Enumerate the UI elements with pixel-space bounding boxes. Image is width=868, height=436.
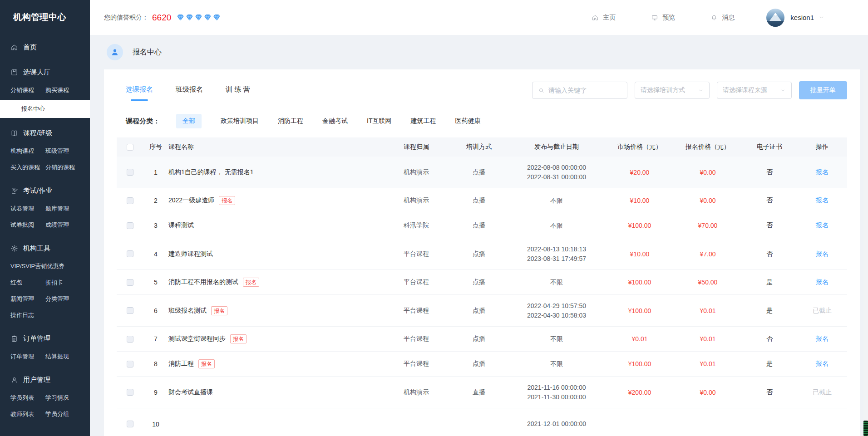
date-line: 不限: [550, 359, 563, 369]
sidebar-item-机构课程[interactable]: 机构课程: [10, 147, 45, 155]
sidebar-group-课程/班级[interactable]: 课程/班级: [0, 123, 90, 143]
topbar: 您的信誉积分： 6620 主页预览消息 kesion1: [90, 0, 868, 35]
sidebar-item-订单管理[interactable]: 订单管理: [10, 353, 45, 361]
sidebar-item-教师列表[interactable]: 教师列表: [10, 410, 45, 418]
row-checkbox[interactable]: [127, 169, 133, 176]
scrollbar-thumb[interactable]: [863, 421, 868, 436]
market-price: ¥100.00: [606, 307, 674, 314]
avatar[interactable]: [766, 9, 784, 27]
signup-link[interactable]: 报名: [816, 335, 829, 343]
row-checkbox[interactable]: [127, 389, 133, 396]
batch-open-button[interactable]: 批量开单: [799, 81, 847, 99]
row-checkbox[interactable]: [127, 421, 133, 427]
category-金融考试[interactable]: 金融考试: [322, 114, 348, 128]
sidebar-group-用户管理[interactable]: 用户管理: [0, 370, 90, 390]
table-row: 1机构1自己的课程， 无需报名1机构演示点播2022-08-08 00:00:0…: [117, 157, 847, 188]
signup-link[interactable]: 报名: [816, 221, 829, 230]
training-method: 点播: [450, 278, 508, 286]
signup-link[interactable]: 报名: [816, 196, 829, 205]
row-checkbox[interactable]: [127, 336, 133, 343]
training-method: 点播: [450, 250, 508, 258]
course-name-cell: 建造师课程测试: [168, 250, 382, 258]
date-line: 2023-08-31 17:49:57: [527, 254, 586, 264]
date-range: 2022-08-13 10:18:132023-08-31 17:49:57: [508, 245, 606, 264]
category-全部[interactable]: 全部: [176, 114, 202, 128]
scrollbar-track[interactable]: [863, 70, 868, 436]
sidebar-item-红包[interactable]: 红包: [10, 279, 45, 287]
row-checkbox[interactable]: [127, 222, 133, 229]
topbar-nav-消息[interactable]: 消息: [710, 14, 735, 22]
row-checkbox[interactable]: [127, 307, 133, 314]
sidebar-group-考试/作业[interactable]: 考试/作业: [0, 181, 90, 201]
sidebar-item-购买课程[interactable]: 购买课程: [45, 86, 69, 94]
signup-link[interactable]: 报名: [816, 250, 829, 258]
sidebar-group-订单管理[interactable]: 订单管理: [0, 329, 90, 348]
row-checkbox[interactable]: [127, 361, 133, 367]
tab-班级报名[interactable]: 班级报名: [175, 83, 204, 101]
course-owner: 平台课程: [382, 360, 450, 368]
sidebar-item-学员列表[interactable]: 学员列表: [10, 394, 45, 402]
sidebar-item-分类管理[interactable]: 分类管理: [45, 295, 69, 303]
course-source-select[interactable]: 请选择课程来源: [717, 82, 792, 99]
training-method: 点播: [450, 221, 508, 230]
content-card: 选课报名班级报名训 练 营 请选择培训方式请选择课程来源 批量开单 课程分类： …: [104, 69, 860, 436]
sidebar-sub-row: 试卷管理题库管理: [0, 201, 90, 217]
sidebar-item-报名中心[interactable]: 报名中心: [21, 105, 45, 113]
category-建筑工程[interactable]: 建筑工程: [410, 114, 436, 128]
user-menu[interactable]: kesion1: [766, 9, 824, 27]
category-政策培训项目[interactable]: 政策培训项目: [221, 114, 259, 128]
market-price: ¥100.00: [606, 360, 674, 367]
sidebar-item-分销的课程[interactable]: 分销的课程: [45, 163, 75, 171]
sidebar-group-选课大厅[interactable]: 选课大厅: [0, 63, 90, 82]
topbar-nav-主页[interactable]: 主页: [592, 14, 616, 22]
sidebar-item-试卷批阅[interactable]: 试卷批阅: [10, 221, 45, 229]
signup-link[interactable]: 报名: [816, 168, 829, 176]
order-icon: [10, 335, 18, 343]
page-title: 报名中心: [133, 48, 162, 57]
row-seq: 10: [143, 421, 168, 428]
sidebar-item-买入的课程[interactable]: 买入的课程: [10, 163, 45, 171]
row-checkbox[interactable]: [127, 250, 133, 257]
row-checkbox-cell: [117, 250, 143, 257]
signup-price: ¥0.00: [674, 389, 742, 396]
category-消防工程[interactable]: 消防工程: [278, 114, 303, 128]
row-checkbox[interactable]: [127, 197, 133, 204]
course-name: 建造师课程测试: [168, 250, 213, 258]
category-label: 课程分类：: [126, 117, 160, 126]
course-name: 消防工程不用报名的测试: [168, 278, 238, 286]
select-all-checkbox[interactable]: [127, 144, 133, 151]
course-owner: 科汛学院: [382, 221, 450, 230]
action-cell: 报名: [797, 221, 847, 230]
sidebar-item-结算提现[interactable]: 结算提现: [45, 353, 69, 361]
sidebar-item-学员分组[interactable]: 学员分组: [45, 410, 69, 418]
sidebar-item-班级管理[interactable]: 班级管理: [45, 147, 69, 155]
sidebar-item-学习情况[interactable]: 学习情况: [45, 394, 69, 402]
search-input[interactable]: [548, 87, 621, 94]
sidebar-group-首页[interactable]: 首页: [0, 38, 90, 57]
search-box[interactable]: [532, 82, 627, 99]
sidebar-item-新闻管理[interactable]: 新闻管理: [10, 295, 45, 303]
sidebar-group-机构工具[interactable]: 机构工具: [0, 239, 90, 258]
category-医药健康[interactable]: 医药健康: [455, 114, 480, 128]
search-icon: [538, 87, 545, 94]
signup-link[interactable]: 报名: [816, 360, 829, 368]
sidebar-item-折扣卡[interactable]: 折扣卡: [45, 279, 63, 287]
table-row: 102021-12-01 00:00:00: [117, 408, 847, 436]
tab-选课报名[interactable]: 选课报名: [125, 83, 154, 101]
sidebar-item-成绩管理[interactable]: 成绩管理: [45, 221, 69, 229]
signup-price: ¥0.01: [674, 307, 742, 314]
sidebar-item-操作日志[interactable]: 操作日志: [10, 311, 34, 319]
sidebar-item-题库管理[interactable]: 题库管理: [45, 205, 69, 213]
sidebar-item-试卷管理[interactable]: 试卷管理: [10, 205, 45, 213]
sidebar-group: 考试/作业试卷管理题库管理试卷批阅成绩管理: [0, 181, 90, 233]
topbar-nav-预览[interactable]: 预览: [651, 14, 675, 22]
row-checkbox[interactable]: [127, 279, 133, 286]
sidebar-sub-row: 操作日志: [0, 307, 90, 323]
category-IT互联网[interactable]: IT互联网: [367, 114, 391, 128]
training-method-select[interactable]: 请选择培训方式: [635, 82, 710, 99]
sidebar-item-分销课程[interactable]: 分销课程: [10, 86, 45, 94]
tab-训练营[interactable]: 训 练 营: [225, 83, 251, 101]
market-price: ¥10.00: [606, 250, 674, 258]
sidebar-item-VIP/SVIP营销优惠券[interactable]: VIP/SVIP营销优惠券: [10, 262, 64, 270]
signup-link[interactable]: 报名: [816, 278, 829, 286]
